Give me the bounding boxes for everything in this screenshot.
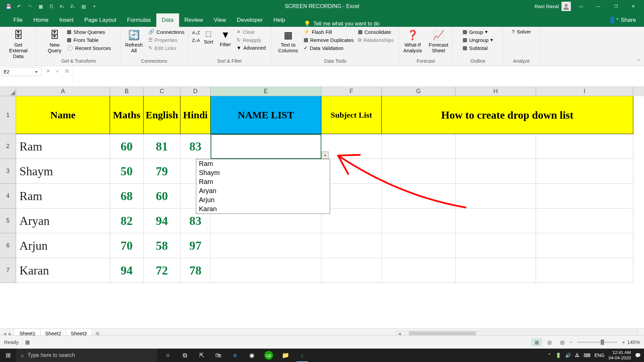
- cell-H7[interactable]: [455, 258, 536, 283]
- show-queries-button[interactable]: ▦Show Queries: [65, 28, 112, 36]
- text-to-columns-button[interactable]: ▦Text to Columns: [275, 28, 301, 55]
- header-hindi[interactable]: Hindi: [180, 96, 211, 134]
- header-maths[interactable]: Maths: [110, 96, 144, 134]
- sort-asc-button[interactable]: A↓Z: [192, 30, 200, 35]
- cell-B2[interactable]: 60: [110, 134, 144, 159]
- cell-E7[interactable]: [211, 258, 321, 283]
- name-box-dropdown-icon[interactable]: ▾: [33, 69, 39, 74]
- dropdown-item[interactable]: Aryan: [196, 186, 330, 195]
- subtotal-button[interactable]: ▦Subtotal: [461, 44, 495, 52]
- tab-insert[interactable]: Insert: [54, 13, 79, 27]
- collapse-ribbon-icon[interactable]: ⌃: [637, 58, 641, 64]
- recent-sources-button[interactable]: 🕘Recent Sources: [65, 44, 112, 52]
- new-file-icon[interactable]: 🗋: [46, 2, 56, 11]
- cells[interactable]: Name Maths English Hindi NAME LIST Subje…: [16, 96, 633, 283]
- tab-view[interactable]: View: [208, 13, 231, 27]
- fx-icon[interactable]: fx: [63, 68, 71, 74]
- edit-links-button[interactable]: ✎Edit Links: [147, 44, 186, 52]
- forecast-sheet-button[interactable]: 📈Forecast Sheet: [426, 28, 451, 55]
- cell-G4[interactable]: [382, 184, 455, 208]
- cell-C3[interactable]: 79: [144, 159, 180, 184]
- solver-button[interactable]: ?Solver: [511, 28, 532, 35]
- zoom-label[interactable]: 145%: [627, 339, 640, 345]
- tray-chevron-icon[interactable]: ⌃: [547, 353, 551, 358]
- taskbar-search[interactable]: ⌕ Type here to search: [16, 349, 157, 362]
- header-name-list[interactable]: NAME LIST: [211, 96, 321, 134]
- row-header-4[interactable]: 4: [0, 184, 16, 208]
- store-icon[interactable]: 🛍: [211, 349, 226, 362]
- keyboard-icon[interactable]: ⌨: [584, 353, 590, 358]
- cell-G5[interactable]: [382, 208, 455, 233]
- sort-asc-icon[interactable]: A↓: [57, 2, 67, 11]
- user-avatar[interactable]: [561, 2, 571, 11]
- connections-button[interactable]: 🔗Connections: [147, 28, 186, 36]
- formula-input[interactable]: [72, 66, 644, 85]
- cell-F6[interactable]: [321, 233, 382, 258]
- cell-E2[interactable]: [211, 134, 321, 159]
- volume-icon[interactable]: 🔊: [565, 353, 571, 358]
- from-table-button[interactable]: ▦From Table: [65, 36, 112, 44]
- form-icon[interactable]: ▤: [78, 2, 89, 11]
- tab-home[interactable]: Home: [28, 13, 54, 27]
- minimize-button[interactable]: —: [591, 1, 606, 11]
- chrome-icon[interactable]: ◉: [244, 349, 260, 362]
- reapply-button[interactable]: ↻Reapply: [235, 36, 267, 44]
- sort-desc-icon[interactable]: Z↓: [68, 2, 78, 11]
- cell-I7[interactable]: [536, 258, 633, 283]
- col-header-C[interactable]: C: [144, 87, 180, 96]
- cell-B4[interactable]: 68: [110, 184, 144, 208]
- consolidate-button[interactable]: ▦Consolidate: [357, 28, 395, 36]
- start-button[interactable]: ⊞: [0, 349, 16, 362]
- new-query-button[interactable]: 🗄 New Query: [45, 28, 64, 55]
- cortana-icon[interactable]: ○: [160, 349, 176, 362]
- select-all-corner[interactable]: [0, 87, 16, 96]
- refresh-all-button[interactable]: 🔄 Refresh All: [122, 28, 146, 55]
- row-header-3[interactable]: 3: [0, 159, 16, 184]
- zoom-out-button[interactable]: −: [570, 339, 573, 345]
- cell-G6[interactable]: [382, 233, 455, 258]
- restore-button[interactable]: ❐: [608, 1, 623, 11]
- relationships-button[interactable]: ⧉Relationships: [357, 36, 395, 44]
- cell-F3[interactable]: [321, 159, 382, 184]
- close-button[interactable]: ✕: [626, 1, 641, 11]
- cell-B7[interactable]: 94: [110, 258, 144, 283]
- cell-H2[interactable]: [455, 134, 536, 159]
- sort-button[interactable]: ⬚Sort: [201, 28, 216, 46]
- col-header-D[interactable]: D: [180, 87, 211, 96]
- tab-help[interactable]: Help: [268, 13, 290, 27]
- share-button[interactable]: 👤⁺ Share: [605, 13, 639, 27]
- dropdown-item[interactable]: Karan: [196, 204, 330, 214]
- dropdown-item[interactable]: Arjun: [196, 195, 330, 204]
- clear-button[interactable]: ✕Clear: [235, 28, 267, 36]
- cell-B3[interactable]: 50: [110, 159, 144, 184]
- ungroup-button[interactable]: ▦Ungroup ▾: [461, 36, 495, 44]
- cell-A2[interactable]: Ram: [16, 134, 110, 159]
- tab-page-layout[interactable]: Page Layout: [79, 13, 121, 27]
- clock[interactable]: 12:41 AM 04-04-2020: [609, 350, 631, 360]
- whatif-button[interactable]: ❓What-If Analysis: [400, 28, 425, 55]
- row-header-7[interactable]: 7: [0, 258, 16, 283]
- upwork-icon[interactable]: up: [264, 351, 273, 360]
- enter-formula-icon[interactable]: ✓: [54, 68, 62, 74]
- tell-me-search[interactable]: 💡 Tell me what you want to do: [304, 20, 379, 27]
- cell-I2[interactable]: [536, 134, 633, 159]
- header-english[interactable]: English: [144, 96, 180, 134]
- cell-B5[interactable]: 82: [110, 208, 144, 233]
- dropdown-arrow-button[interactable]: ▾: [321, 152, 329, 159]
- col-header-B[interactable]: B: [110, 87, 144, 96]
- save-icon[interactable]: 💾: [3, 2, 13, 11]
- cell-D2[interactable]: 83: [180, 134, 211, 159]
- cell-C4[interactable]: 60: [144, 184, 180, 208]
- cell-C7[interactable]: 72: [144, 258, 180, 283]
- row-header-1[interactable]: 1: [0, 96, 16, 134]
- explorer-icon[interactable]: 📁: [278, 349, 293, 362]
- cell-I5[interactable]: [536, 208, 633, 233]
- dropdown-item[interactable]: Ram: [196, 177, 330, 186]
- name-box[interactable]: E2 ▾: [1, 67, 42, 76]
- cell-A6[interactable]: Arjun: [16, 233, 110, 258]
- header-name[interactable]: Name: [16, 96, 110, 134]
- language-indicator[interactable]: ENG: [594, 353, 604, 358]
- cell-F5[interactable]: [321, 208, 382, 233]
- edge-icon[interactable]: e: [227, 349, 243, 362]
- battery-icon[interactable]: 🔋: [555, 353, 561, 358]
